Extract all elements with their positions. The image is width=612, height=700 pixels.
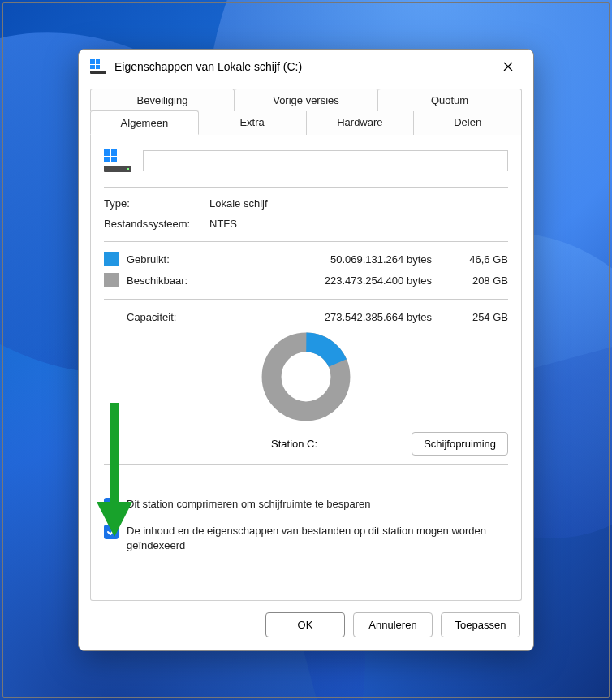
capacity-bytes: 273.542.385.664 bytes: [205, 311, 456, 323]
capacity-gb: 254 GB: [456, 311, 508, 323]
tab-previous-versions[interactable]: Vorige versies: [235, 89, 378, 111]
used-gb: 46,6 GB: [456, 253, 508, 266]
apply-button[interactable]: Toepassen: [441, 612, 520, 637]
check-icon: [106, 500, 116, 510]
drive-icon: [104, 149, 131, 172]
drive-icon: [90, 59, 106, 74]
index-label: De inhoud en de eigenschappen van bestan…: [127, 524, 508, 552]
used-label: Gebruikt:: [127, 253, 205, 266]
free-swatch: [104, 273, 119, 287]
titlebar: Eigenschappen van Lokale schijf (C:): [79, 50, 533, 82]
tab-strip: Beveiliging Vorige versies Quotum Algeme…: [79, 82, 533, 135]
compress-checkbox[interactable]: [104, 498, 119, 512]
tab-security[interactable]: Beveiliging: [90, 89, 235, 111]
usage-donut-chart: [261, 331, 351, 422]
tab-content-general: Type: Lokale schijf Bestandssysteem: NTF…: [90, 135, 522, 601]
tab-general[interactable]: Algemeen: [90, 110, 199, 135]
check-icon: [106, 527, 116, 537]
filesystem-value: NTFS: [209, 218, 237, 230]
tab-sharing[interactable]: Delen: [414, 111, 522, 135]
capacity-label: Capaciteit:: [104, 311, 205, 323]
tab-quota[interactable]: Quotum: [378, 89, 522, 111]
used-swatch: [104, 252, 119, 266]
compress-label: Dit station comprimeren om schijfruimte …: [127, 497, 371, 512]
ok-button[interactable]: OK: [265, 612, 345, 637]
dialog-buttons: OK Annuleren Toepassen: [79, 601, 533, 650]
station-label: Station C:: [104, 438, 412, 450]
drive-name-input[interactable]: [143, 150, 508, 171]
free-bytes: 223.473.254.400 bytes: [205, 274, 456, 287]
type-value: Lokale schijf: [209, 197, 268, 210]
close-button[interactable]: [491, 54, 525, 80]
close-icon: [503, 62, 513, 71]
free-gb: 208 GB: [456, 274, 508, 287]
type-label: Type:: [104, 197, 209, 210]
free-label: Beschikbaar:: [127, 274, 205, 287]
index-checkbox[interactable]: [104, 525, 119, 539]
properties-dialog: Eigenschappen van Lokale schijf (C:) Bev…: [78, 49, 534, 651]
disk-cleanup-button[interactable]: Schijfopruiming: [412, 432, 508, 456]
cancel-button[interactable]: Annuleren: [353, 612, 433, 637]
svg-point-2: [284, 355, 327, 398]
filesystem-label: Bestandssysteem:: [104, 218, 209, 230]
tab-tools[interactable]: Extra: [199, 111, 307, 135]
used-bytes: 50.069.131.264 bytes: [205, 253, 456, 266]
window-title: Eigenschappen van Lokale schijf (C:): [114, 60, 491, 73]
tab-hardware[interactable]: Hardware: [307, 111, 415, 135]
